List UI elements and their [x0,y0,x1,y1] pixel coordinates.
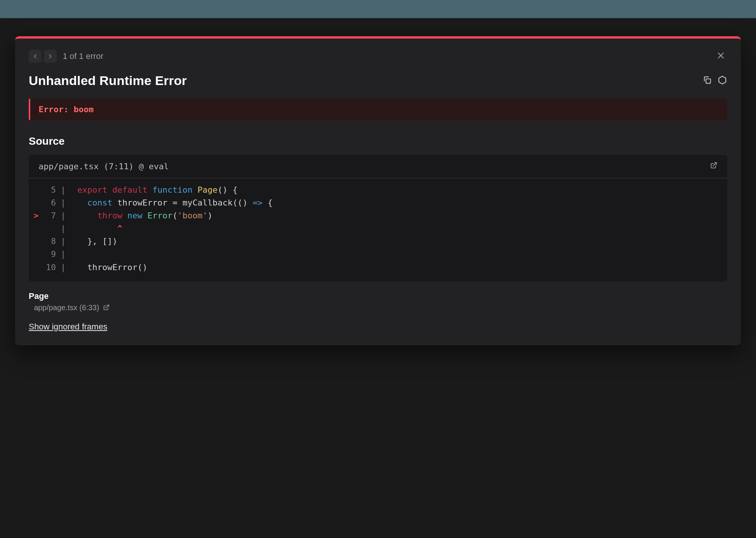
close-button[interactable] [714,49,727,63]
next-error-button[interactable] [44,50,57,63]
dialog-title: Unhandled Runtime Error [29,73,187,88]
copy-icon [702,75,712,85]
code-line: 10| throwError() [29,261,727,274]
source-code-block: app/page.tsx (7:11) @ eval 5| export def… [29,155,727,281]
svg-rect-0 [706,79,711,83]
code-line: 6| const throwError = myCallback(() => { [29,196,727,209]
line-marker [29,248,41,261]
stack-frame-location-text: app/page.tsx (6:33) [34,303,99,312]
title-row: Unhandled Runtime Error [29,73,727,88]
line-marker [29,184,41,196]
gutter-pipe: | [59,248,67,261]
error-count-label: 1 of 1 error [63,51,104,61]
line-number [41,222,59,235]
code-line: 5| export default function Page() { [29,184,727,196]
gutter-pipe: | [59,235,67,248]
gutter-pipe: | [59,196,67,209]
code-line: >7| throw new Error('boom') [29,209,727,222]
source-location-header: app/page.tsx (7:11) @ eval [29,155,727,178]
line-number: 7 [41,209,59,222]
code-text: throwError() [67,261,147,274]
code-text: ^ [67,222,122,235]
code-line: 9| [29,248,727,261]
arrow-left-icon [32,53,39,60]
code-text: export default function Page() { [67,184,237,196]
dialog-topbar: 1 of 1 error [29,49,727,63]
line-number: 10 [41,261,59,274]
code-text: const throwError = myCallback(() => { [67,196,273,209]
line-number: 5 [41,184,59,196]
gutter-pipe: | [59,222,67,235]
gutter-pipe: | [59,184,67,196]
overlay-backdrop: 1 of 1 error Unhandled Runtime Error [0,18,756,538]
topbar-left: 1 of 1 error [29,50,104,63]
source-location-text: app/page.tsx (7:11) @ eval [39,162,169,171]
show-ignored-frames-button[interactable]: Show ignored frames [29,322,107,332]
error-nav-buttons [29,50,57,63]
stack-frame: Page app/page.tsx (6:33) [29,291,727,312]
hexagon-icon [717,75,727,85]
error-message-banner: Error: boom [29,99,727,120]
external-link-icon [710,162,717,169]
nodejs-docs-button[interactable] [717,75,727,87]
code-line: 8| }, []) [29,235,727,248]
line-marker [29,196,41,209]
line-number: 6 [41,196,59,209]
error-message-text: Error: boom [39,105,719,114]
arrow-right-icon [47,53,54,60]
stack-frame-name: Page [29,291,727,301]
open-in-editor-button[interactable] [710,162,717,171]
code-text: throw new Error('boom') [67,209,212,222]
copy-button[interactable] [702,75,712,87]
code-line: | ^ [29,222,727,235]
source-code-body: 5| export default function Page() {6| co… [29,178,727,281]
line-marker [29,261,41,274]
error-dialog: 1 of 1 error Unhandled Runtime Error [15,36,741,345]
gutter-pipe: | [59,261,67,274]
dialog-inner: 1 of 1 error Unhandled Runtime Error [15,39,741,345]
line-number: 8 [41,235,59,248]
line-number: 9 [41,248,59,261]
external-link-icon [103,304,110,311]
line-marker [29,222,41,235]
code-text: }, []) [67,235,117,248]
stack-frame-location[interactable]: app/page.tsx (6:33) [29,303,110,312]
line-marker: > [29,209,41,222]
close-icon [716,51,726,60]
prev-error-button[interactable] [29,50,42,63]
title-actions [702,75,727,87]
source-heading: Source [29,135,727,147]
code-text [67,248,77,261]
gutter-pipe: | [59,209,67,222]
line-marker [29,235,41,248]
